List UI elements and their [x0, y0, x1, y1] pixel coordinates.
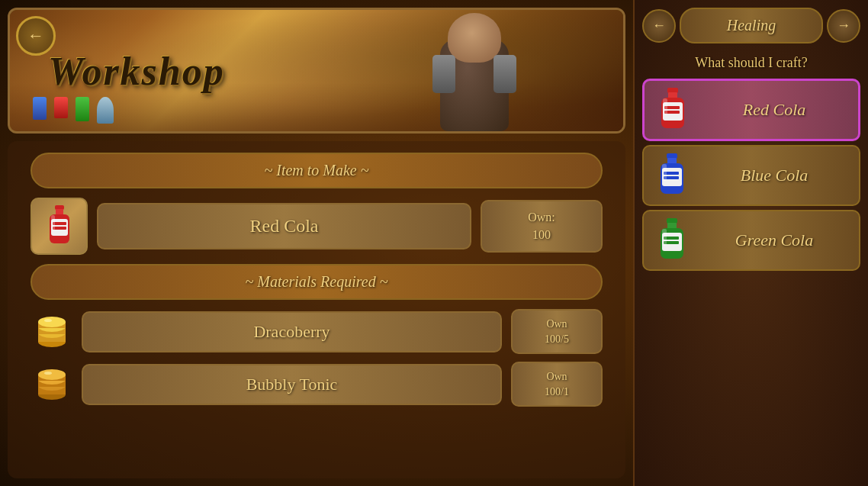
right-blue-cola-bottle	[656, 153, 688, 198]
dracoberry-name-box: Dracoberry	[82, 311, 502, 352]
dracoberry-own-value: 100/5	[545, 333, 569, 345]
green-cola-craft-icon	[653, 217, 691, 263]
warrior-character	[417, 13, 532, 131]
right-panel: ← Healing → What should I craft? Red Col…	[633, 0, 868, 486]
dracoberry-icon	[33, 313, 71, 351]
svg-point-13	[38, 317, 66, 327]
craft-area	[31, 416, 603, 467]
svg-rect-1	[56, 209, 63, 215]
material-row-bubbly-tonic: Bubbly Tonic Own 100/1	[31, 362, 603, 407]
next-category-button[interactable]: →	[827, 9, 860, 43]
right-red-cola-bottle	[657, 88, 689, 132]
svg-rect-37	[667, 218, 677, 224]
left-panel: Workshop ← ~ Item to Make ~	[0, 0, 633, 486]
red-cola-craft-name: Red Cola	[699, 99, 849, 121]
decor-flask	[97, 97, 114, 124]
item-to-make-header: ~ Item to Make ~	[31, 153, 603, 188]
svg-rect-24	[668, 92, 677, 98]
back-button[interactable]: ←	[16, 16, 56, 56]
workshop-banner: Workshop ←	[8, 8, 625, 134]
decor-bottle-blue	[33, 97, 47, 120]
svg-rect-29	[663, 98, 667, 115]
svg-rect-43	[662, 229, 667, 246]
bubbly-tonic-icon-box	[31, 363, 72, 405]
item-own-value: 100	[532, 228, 551, 241]
dracoberry-own-label: Own	[546, 318, 567, 330]
right-green-cola-bottle	[656, 218, 688, 262]
materials-section: Dracoberry Own 100/5	[31, 309, 603, 407]
svg-rect-38	[667, 223, 677, 229]
svg-rect-30	[667, 153, 677, 159]
banner-decor	[33, 97, 114, 124]
bubbly-tonic-name-box: Bubbly Tonic	[82, 364, 502, 405]
item-own-label: Own:	[528, 211, 555, 224]
decor-bottle-red	[54, 97, 68, 118]
craft-item-blue-cola[interactable]: Blue Cola	[642, 145, 860, 206]
craft-item-red-cola[interactable]: Red Cola	[642, 79, 860, 141]
dracoberry-own-box: Own 100/5	[511, 309, 603, 354]
svg-rect-36	[662, 164, 667, 181]
item-row: Red Cola Own: 100	[31, 198, 603, 255]
svg-rect-6	[51, 215, 55, 230]
dracoberry-icon-box	[31, 311, 72, 352]
item-icon-box	[31, 198, 88, 255]
category-title: Healing	[680, 8, 823, 43]
materials-header: ~ Materials Required ~	[31, 264, 603, 300]
svg-rect-31	[667, 158, 677, 164]
craft-question: What should I craft?	[638, 51, 864, 75]
bubbly-tonic-own-label: Own	[546, 371, 567, 382]
svg-point-14	[44, 319, 52, 322]
item-name-box[interactable]: Red Cola	[97, 203, 471, 249]
red-cola-craft-icon	[654, 87, 692, 133]
red-cola-icon	[45, 205, 74, 248]
main-content: ~ Item to Make ~	[8, 141, 625, 478]
decor-bottle-green	[76, 97, 89, 121]
bubbly-tonic-icon	[33, 365, 71, 404]
svg-point-22	[44, 372, 52, 375]
blue-cola-craft-name: Blue Cola	[699, 165, 850, 187]
svg-rect-23	[667, 88, 678, 93]
bubbly-tonic-own-box: Own 100/1	[511, 362, 603, 407]
right-header: ← Healing →	[638, 4, 864, 47]
svg-point-21	[38, 369, 66, 380]
item-own-box: Own: 100	[481, 200, 603, 253]
workshop-title: Workshop	[48, 48, 225, 93]
material-row-dracoberry: Dracoberry Own 100/5	[31, 309, 603, 354]
green-cola-craft-name: Green Cola	[699, 230, 850, 252]
prev-category-button[interactable]: ←	[642, 9, 676, 43]
blue-cola-craft-icon	[653, 153, 691, 198]
bubbly-tonic-own-value: 100/1	[545, 386, 569, 397]
craft-item-green-cola[interactable]: Green Cola	[642, 210, 860, 271]
